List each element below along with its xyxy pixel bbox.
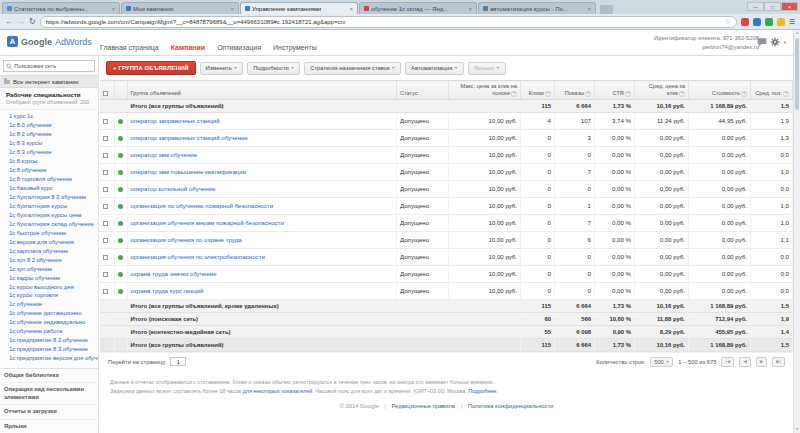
sidebar-bulk-operations[interactable]: Операции над несколькими элементами bbox=[0, 383, 98, 405]
extension-icon[interactable] bbox=[777, 18, 785, 26]
automation-button[interactable]: Автоматизация▼ bbox=[405, 62, 464, 75]
checkbox-cell[interactable] bbox=[100, 112, 114, 129]
status-enabled-icon[interactable] bbox=[118, 187, 123, 192]
status-enabled-icon[interactable] bbox=[118, 136, 123, 141]
campaign-list-item[interactable]: 1с бухгалтерия склад обучение bbox=[0, 220, 98, 229]
row-checkbox[interactable] bbox=[103, 119, 108, 124]
tab-close-icon[interactable]: × bbox=[468, 6, 472, 12]
help-icon[interactable]: ? bbox=[511, 91, 517, 97]
tab-close-icon[interactable]: × bbox=[349, 6, 353, 12]
col-avg-pos[interactable]: Сред. поз.? bbox=[751, 81, 793, 100]
tab-close-icon[interactable]: × bbox=[111, 6, 115, 12]
campaign-list-item[interactable]: 1с курсы торговля bbox=[0, 292, 98, 301]
campaign-list-item[interactable]: 1с обучение работа bbox=[0, 328, 98, 337]
browser-tab[interactable]: Статистика по выбранны... × bbox=[2, 2, 120, 14]
table-row[interactable]: оператор заправочных станций Допущено 10… bbox=[100, 112, 793, 129]
col-cost[interactable]: Стоимость? bbox=[689, 81, 751, 100]
col-avg-cpc[interactable]: Сред. цена за клик? bbox=[635, 81, 689, 100]
tab-close-icon[interactable]: × bbox=[230, 6, 234, 12]
select-all-checkbox[interactable] bbox=[103, 91, 108, 96]
status-dot-cell[interactable] bbox=[114, 180, 127, 197]
campaign-list-item[interactable]: 1с 8 2 обучение bbox=[0, 130, 98, 139]
table-row[interactable]: охрана труда курс лекций Допущено 10,00 … bbox=[100, 282, 793, 299]
edit-button[interactable]: Изменить▼ bbox=[200, 62, 244, 75]
campaign-list-item[interactable]: 1с кадры обучение bbox=[0, 274, 98, 283]
help-icon[interactable]: ? bbox=[783, 91, 789, 97]
max-cpc-cell[interactable]: 10,00 руб. bbox=[449, 163, 521, 180]
table-row[interactable]: оператор котельной обучение Допущено 10,… bbox=[100, 180, 793, 197]
window-maximize-button[interactable]: □ bbox=[764, 2, 781, 11]
max-cpc-cell[interactable]: 10,00 руб. bbox=[449, 129, 521, 146]
bookmark-star-icon[interactable]: ☆ bbox=[724, 18, 730, 26]
campaign-list-item[interactable]: 1с зарплата обучение bbox=[0, 247, 98, 256]
table-row[interactable]: оператор эвм обучение Допущено 10,00 руб… bbox=[100, 146, 793, 163]
row-checkbox[interactable] bbox=[103, 272, 108, 277]
details-button[interactable]: Подробности▼ bbox=[247, 62, 300, 75]
table-row[interactable]: организация обучения по охране труда Доп… bbox=[100, 231, 793, 248]
learn-more-link[interactable]: Подробнее. bbox=[468, 388, 497, 394]
ad-group-link[interactable]: охрана труда значки обучение bbox=[131, 270, 217, 277]
window-minimize-button[interactable]: — bbox=[747, 2, 764, 11]
status-enabled-icon[interactable] bbox=[118, 153, 123, 158]
forward-icon[interactable]: → bbox=[17, 18, 25, 26]
gear-icon[interactable] bbox=[770, 37, 780, 47]
window-close-button[interactable]: × bbox=[781, 2, 798, 11]
sidebar-search-box[interactable] bbox=[3, 60, 95, 72]
ad-group-link[interactable]: организация обучения мерам пожарной безо… bbox=[131, 219, 284, 226]
status-enabled-icon[interactable] bbox=[118, 289, 123, 294]
scroll-down-icon[interactable]: ▼ bbox=[794, 426, 800, 433]
campaign-list-item[interactable]: 1с предприятие 8 3 обучение bbox=[0, 346, 98, 355]
comment-icon[interactable] bbox=[757, 37, 767, 47]
status-dot-cell[interactable] bbox=[114, 146, 127, 163]
last-page-button[interactable]: ▶| bbox=[772, 357, 785, 367]
row-checkbox[interactable] bbox=[103, 221, 108, 226]
selected-campaign[interactable]: Рабочие специальности bbox=[0, 88, 98, 99]
status-enabled-icon[interactable] bbox=[118, 272, 123, 277]
campaign-list-item[interactable]: 1с курсы выходного дня bbox=[0, 283, 98, 292]
scroll-up-icon[interactable]: ▲ bbox=[794, 30, 800, 37]
table-row[interactable]: оператор заправочных станций обучение До… bbox=[100, 129, 793, 146]
campaign-list-item[interactable]: 1с 8 обучение bbox=[0, 166, 98, 175]
campaign-list-item[interactable]: 1с предприятие 8 2 обучение bbox=[0, 337, 98, 346]
ad-group-link[interactable]: охрана труда курс лекций bbox=[131, 287, 204, 294]
first-page-button[interactable]: |◀ bbox=[721, 357, 734, 367]
max-cpc-cell[interactable]: 10,00 руб. bbox=[449, 265, 521, 282]
ad-group-link[interactable]: организация по обучению пожарной безопас… bbox=[131, 202, 274, 209]
campaign-list-item[interactable]: 1с предприятие версия для обучения bbox=[0, 355, 98, 364]
sidebar-shared-library[interactable]: Общая библиотека bbox=[0, 369, 98, 384]
status-enabled-icon[interactable] bbox=[118, 119, 123, 124]
sidebar-reports[interactable]: Отчеты и загрузки bbox=[0, 405, 98, 420]
row-checkbox[interactable] bbox=[103, 136, 108, 141]
ad-group-link[interactable]: организация обучения по охране труда bbox=[131, 236, 242, 243]
campaign-list-item[interactable]: 1с бухгалтерия курсы цена bbox=[0, 211, 98, 220]
max-cpc-cell[interactable]: 10,00 руб. bbox=[449, 180, 521, 197]
col-ad-group[interactable]: Группа объявлений bbox=[127, 81, 397, 100]
status-enabled-icon[interactable] bbox=[118, 255, 123, 260]
nav-tools[interactable]: Инструменты bbox=[273, 44, 317, 51]
row-checkbox[interactable] bbox=[103, 255, 108, 260]
table-row[interactable]: организация по обучению пожарной безопас… bbox=[100, 197, 793, 214]
campaign-list-item[interactable]: 1с быстрое обучение bbox=[0, 229, 98, 238]
status-dot-cell[interactable] bbox=[114, 248, 127, 265]
next-page-button[interactable]: ▶ bbox=[756, 357, 768, 367]
table-row[interactable]: охрана труда значки обучение Допущено 10… bbox=[100, 265, 793, 282]
privacy-policy-link[interactable]: Политика конфиденциальности bbox=[468, 403, 554, 409]
labels-button[interactable]: Ярлыки▼ bbox=[468, 62, 506, 75]
row-checkbox[interactable] bbox=[103, 238, 108, 243]
ad-group-link[interactable]: организация обучения по электробезопасно… bbox=[131, 253, 265, 260]
checkbox-cell[interactable] bbox=[100, 146, 114, 163]
ad-group-link[interactable]: оператор эвм повышение квалификации bbox=[131, 168, 247, 175]
max-cpc-cell[interactable]: 10,00 руб. bbox=[449, 146, 521, 163]
status-dot-cell[interactable] bbox=[114, 265, 127, 282]
row-checkbox[interactable] bbox=[103, 204, 108, 209]
extension-icon[interactable] bbox=[765, 18, 773, 26]
add-ad-group-button[interactable]: + ГРУППА ОБЪЯВЛЕНИЙ bbox=[106, 61, 196, 75]
row-checkbox[interactable] bbox=[103, 153, 108, 158]
help-icon[interactable]: ? bbox=[741, 91, 747, 97]
status-dot-cell[interactable] bbox=[114, 197, 127, 214]
campaign-list-item[interactable]: 1с зуп 8 2 обучение bbox=[0, 256, 98, 265]
sidebar-search-input[interactable] bbox=[14, 63, 92, 69]
max-cpc-cell[interactable]: 10,00 руб. bbox=[449, 248, 521, 265]
campaign-list-item[interactable]: 1с 8 3 обучение bbox=[0, 148, 98, 157]
ad-group-link[interactable]: оператор заправочных станций bbox=[131, 117, 220, 124]
